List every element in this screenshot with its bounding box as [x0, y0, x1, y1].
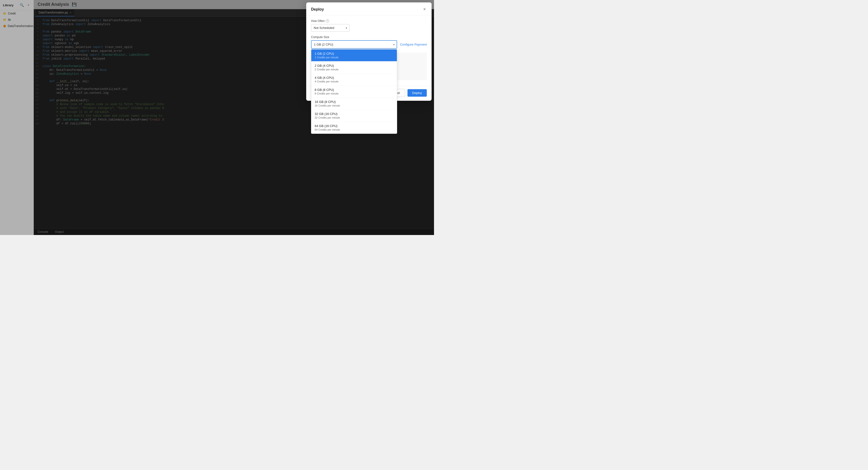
dropdown-item-name: 4 GB (4 CPU) — [315, 76, 394, 80]
dropdown-item-name: 64 GB (16 CPU) — [315, 124, 394, 128]
dropdown-item-credits: 16 Credits per minute — [315, 104, 394, 107]
dropdown-item-credits: 8 Credits per minute — [315, 92, 394, 95]
how-often-group: How Often ? Not Scheduled Every Hour Eve… — [311, 19, 427, 32]
dropdown-item[interactable]: 32 GB (16 CPU)32 Credits per minute — [311, 110, 397, 122]
deploy-button[interactable]: Deploy — [407, 89, 427, 97]
compute-dropdown: 1 GB (2 CPU)1 Credits per minute2 GB (4 … — [311, 49, 397, 134]
dropdown-item[interactable]: 2 GB (4 CPU)2 Credits per minute — [311, 61, 397, 73]
modal-close-button[interactable]: × — [422, 6, 427, 12]
dropdown-item[interactable]: 64 GB (16 CPU)64 Credits per minute — [311, 122, 397, 133]
dropdown-item-name: 8 GB (8 CPU) — [315, 88, 394, 92]
modal-title: Deploy — [311, 7, 324, 11]
dropdown-item-name: 16 GB (8 CPU) — [315, 100, 394, 104]
dropdown-item[interactable]: 8 GB (8 CPU)8 Credits per minute — [311, 86, 397, 98]
compute-size-select[interactable]: 1 GB (2 CPU) 2 GB (4 CPU) 4 GB (4 CPU) 8… — [311, 40, 397, 49]
how-often-select[interactable]: Not Scheduled Every Hour Every Day Every… — [311, 24, 350, 32]
help-icon[interactable]: ? — [326, 19, 329, 23]
dropdown-item-name: 2 GB (4 CPU) — [315, 64, 394, 67]
deploy-modal: Deploy × How Often ? Not Scheduled Every… — [306, 2, 432, 101]
compute-size-label: Compute Size — [311, 35, 427, 39]
modal-header: Deploy × — [306, 2, 432, 15]
dropdown-item-credits: 1 Credits per minute — [315, 56, 394, 59]
app-container: Library 🔍 ＋ 📁 Credit 📁 lib 🔶 DataTransfo… — [0, 0, 434, 235]
compute-select-wrapper: 1 GB (2 CPU) 2 GB (4 CPU) 4 GB (4 CPU) 8… — [311, 40, 397, 49]
how-often-label: How Often ? — [311, 19, 427, 23]
dropdown-item-credits: 64 Credits per minute — [315, 128, 394, 131]
how-often-select-wrapper: Not Scheduled Every Hour Every Day Every… — [311, 24, 350, 32]
dropdown-item-credits: 2 Credits per minute — [315, 68, 394, 71]
dropdown-item-credits: 4 Credits per minute — [315, 80, 394, 83]
compute-size-group: Compute Size 1 GB (2 CPU) 2 GB (4 CPU) 4… — [311, 35, 427, 49]
dropdown-item[interactable]: 1 GB (2 CPU)1 Credits per minute — [311, 50, 397, 61]
dropdown-item[interactable]: 16 GB (8 CPU)16 Credits per minute — [311, 98, 397, 110]
dropdown-item-credits: 32 Credits per minute — [315, 116, 394, 119]
modal-body: How Often ? Not Scheduled Every Hour Eve… — [306, 15, 432, 84]
dropdown-item-name: 1 GB (2 CPU) — [315, 52, 394, 56]
dropdown-item-name: 32 GB (16 CPU) — [315, 112, 394, 116]
dropdown-item[interactable]: 4 GB (4 CPU)4 Credits per minute — [311, 73, 397, 86]
configure-payment-link[interactable]: Configure Payment — [400, 40, 427, 46]
compute-row: 1 GB (2 CPU) 2 GB (4 CPU) 4 GB (4 CPU) 8… — [311, 40, 427, 49]
